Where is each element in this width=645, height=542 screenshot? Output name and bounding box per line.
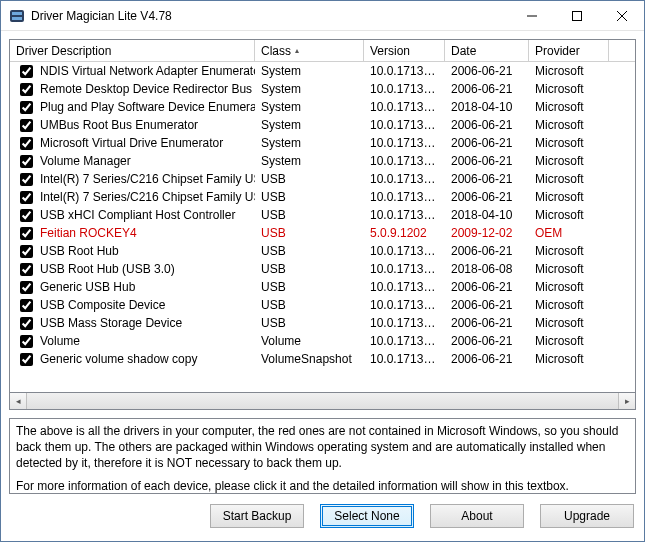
cell-date: 2006-06-21: [445, 280, 529, 294]
table-row[interactable]: USB Composite DeviceUSB10.0.17134.12006-…: [10, 296, 635, 314]
row-checkbox[interactable]: [20, 137, 33, 150]
cell-date: 2006-06-21: [445, 118, 529, 132]
row-checkbox[interactable]: [20, 281, 33, 294]
cell-class: System: [255, 100, 364, 114]
cell-description: USB Root Hub (USB 3.0): [40, 262, 175, 276]
cell-class: System: [255, 118, 364, 132]
start-backup-button[interactable]: Start Backup: [210, 504, 304, 528]
scroll-right-icon[interactable]: ▸: [618, 393, 635, 409]
window-controls: [509, 1, 644, 30]
table-row[interactable]: Microsoft Virtual Drive EnumeratorSystem…: [10, 134, 635, 152]
cell-date: 2006-06-21: [445, 172, 529, 186]
cell-class: USB: [255, 262, 364, 276]
cell-description: Feitian ROCKEY4: [40, 226, 137, 240]
cell-description: Volume: [40, 334, 80, 348]
cell-date: 2006-06-21: [445, 244, 529, 258]
upgrade-button[interactable]: Upgrade: [540, 504, 634, 528]
cell-description: Generic USB Hub: [40, 280, 135, 294]
row-checkbox[interactable]: [20, 353, 33, 366]
table-row[interactable]: UMBus Root Bus EnumeratorSystem10.0.1713…: [10, 116, 635, 134]
cell-version: 10.0.17134.1: [364, 244, 445, 258]
cell-class: USB: [255, 208, 364, 222]
maximize-button[interactable]: [554, 1, 599, 30]
cell-description: USB Composite Device: [40, 298, 165, 312]
row-checkbox[interactable]: [20, 83, 33, 96]
sort-indicator-icon: ▴: [295, 46, 299, 55]
cell-class: USB: [255, 280, 364, 294]
row-checkbox[interactable]: [20, 209, 33, 222]
cell-version: 10.0.17134.1: [364, 136, 445, 150]
table-row[interactable]: VolumeVolume10.0.17134.12006-06-21Micros…: [10, 332, 635, 350]
scroll-left-icon[interactable]: ◂: [10, 393, 27, 409]
column-header-version[interactable]: Version: [364, 40, 445, 61]
close-button[interactable]: [599, 1, 644, 30]
cell-version: 10.0.17134.1: [364, 334, 445, 348]
cell-version: 10.0.17134.1: [364, 316, 445, 330]
info-textbox: The above is all the drivers in your com…: [9, 418, 636, 494]
cell-class: Volume: [255, 334, 364, 348]
column-header-provider[interactable]: Provider: [529, 40, 609, 61]
about-button[interactable]: About: [430, 504, 524, 528]
cell-version: 10.0.17134.1: [364, 298, 445, 312]
table-row[interactable]: Intel(R) 7 Series/C216 Chipset Family US…: [10, 170, 635, 188]
column-header-class[interactable]: Class ▴: [255, 40, 364, 61]
cell-provider: OEM: [529, 226, 609, 240]
cell-provider: Microsoft: [529, 316, 609, 330]
column-header-date[interactable]: Date: [445, 40, 529, 61]
table-row[interactable]: USB Root HubUSB10.0.17134.12006-06-21Mic…: [10, 242, 635, 260]
cell-provider: Microsoft: [529, 154, 609, 168]
column-header-description[interactable]: Driver Description: [10, 40, 255, 61]
row-checkbox[interactable]: [20, 119, 33, 132]
table-row[interactable]: Generic USB HubUSB10.0.17134.12006-06-21…: [10, 278, 635, 296]
row-checkbox[interactable]: [20, 299, 33, 312]
table-row[interactable]: USB xHCI Compliant Host ControllerUSB10.…: [10, 206, 635, 224]
row-checkbox[interactable]: [20, 317, 33, 330]
cell-class: System: [255, 82, 364, 96]
table-row[interactable]: Plug and Play Software Device Enumerator…: [10, 98, 635, 116]
table-row[interactable]: NDIS Virtual Network Adapter EnumeratorS…: [10, 62, 635, 80]
table-row[interactable]: Remote Desktop Device Redirector BusSyst…: [10, 80, 635, 98]
row-checkbox[interactable]: [20, 227, 33, 240]
cell-class: System: [255, 136, 364, 150]
cell-provider: Microsoft: [529, 280, 609, 294]
list-body[interactable]: NDIS Virtual Network Adapter EnumeratorS…: [10, 62, 635, 392]
row-checkbox[interactable]: [20, 263, 33, 276]
row-checkbox[interactable]: [20, 335, 33, 348]
cell-version: 10.0.17134.1: [364, 262, 445, 276]
table-row[interactable]: Volume ManagerSystem10.0.17134.1...2006-…: [10, 152, 635, 170]
row-checkbox[interactable]: [20, 155, 33, 168]
cell-date: 2006-06-21: [445, 64, 529, 78]
cell-provider: Microsoft: [529, 298, 609, 312]
app-icon: [9, 8, 25, 24]
titlebar: Driver Magician Lite V4.78: [1, 1, 644, 31]
cell-date: 2018-04-10: [445, 100, 529, 114]
cell-class: System: [255, 64, 364, 78]
cell-description: Volume Manager: [40, 154, 131, 168]
cell-date: 2006-06-21: [445, 298, 529, 312]
cell-provider: Microsoft: [529, 244, 609, 258]
row-checkbox[interactable]: [20, 65, 33, 78]
column-header-label: Provider: [535, 44, 580, 58]
cell-description: Remote Desktop Device Redirector Bus: [40, 82, 252, 96]
cell-date: 2018-06-08: [445, 262, 529, 276]
cell-date: 2018-04-10: [445, 208, 529, 222]
minimize-button[interactable]: [509, 1, 554, 30]
svg-rect-1: [12, 12, 22, 15]
table-row[interactable]: Feitian ROCKEY4USB5.0.9.12022009-12-02OE…: [10, 224, 635, 242]
row-checkbox[interactable]: [20, 173, 33, 186]
info-text-1: The above is all the drivers in your com…: [16, 423, 629, 472]
row-checkbox[interactable]: [20, 191, 33, 204]
select-none-button[interactable]: Select None: [320, 504, 414, 528]
cell-provider: Microsoft: [529, 64, 609, 78]
table-row[interactable]: Intel(R) 7 Series/C216 Chipset Family US…: [10, 188, 635, 206]
cell-date: 2006-06-21: [445, 334, 529, 348]
row-checkbox[interactable]: [20, 101, 33, 114]
svg-rect-4: [572, 11, 581, 20]
cell-description: USB Mass Storage Device: [40, 316, 182, 330]
table-row[interactable]: USB Mass Storage DeviceUSB10.0.17134.120…: [10, 314, 635, 332]
table-row[interactable]: Generic volume shadow copyVolumeSnapshot…: [10, 350, 635, 368]
cell-description: USB Root Hub: [40, 244, 119, 258]
row-checkbox[interactable]: [20, 245, 33, 258]
horizontal-scrollbar[interactable]: ◂ ▸: [9, 393, 636, 410]
table-row[interactable]: USB Root Hub (USB 3.0)USB10.0.17134.1201…: [10, 260, 635, 278]
